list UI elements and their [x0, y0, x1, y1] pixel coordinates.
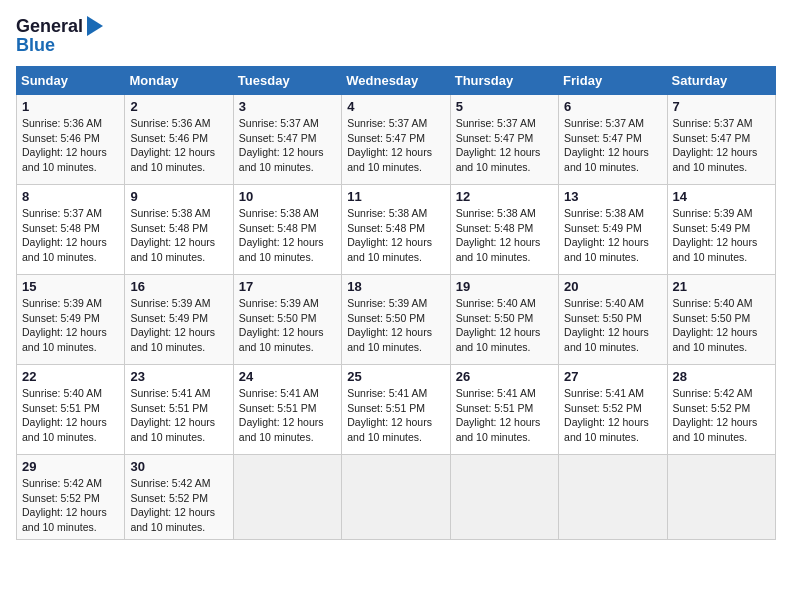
day-info: Sunrise: 5:39 AMSunset: 5:49 PMDaylight:… [130, 297, 215, 353]
day-info: Sunrise: 5:37 AMSunset: 5:47 PMDaylight:… [564, 117, 649, 173]
calendar-day-cell: 27 Sunrise: 5:41 AMSunset: 5:52 PMDaylig… [559, 365, 667, 455]
day-number: 24 [239, 369, 336, 384]
day-number: 30 [130, 459, 227, 474]
calendar-day-cell: 30 Sunrise: 5:42 AMSunset: 5:52 PMDaylig… [125, 455, 233, 540]
calendar-day-cell: 3 Sunrise: 5:37 AMSunset: 5:47 PMDayligh… [233, 95, 341, 185]
calendar-day-cell [342, 455, 450, 540]
day-number: 9 [130, 189, 227, 204]
calendar-day-cell [559, 455, 667, 540]
calendar-day-cell: 4 Sunrise: 5:37 AMSunset: 5:47 PMDayligh… [342, 95, 450, 185]
day-number: 15 [22, 279, 119, 294]
day-number: 2 [130, 99, 227, 114]
calendar-day-cell: 25 Sunrise: 5:41 AMSunset: 5:51 PMDaylig… [342, 365, 450, 455]
day-number: 6 [564, 99, 661, 114]
calendar-day-cell: 2 Sunrise: 5:36 AMSunset: 5:46 PMDayligh… [125, 95, 233, 185]
day-info: Sunrise: 5:37 AMSunset: 5:47 PMDaylight:… [456, 117, 541, 173]
calendar-day-cell: 15 Sunrise: 5:39 AMSunset: 5:49 PMDaylig… [17, 275, 125, 365]
calendar-day-cell: 23 Sunrise: 5:41 AMSunset: 5:51 PMDaylig… [125, 365, 233, 455]
day-number: 10 [239, 189, 336, 204]
day-info: Sunrise: 5:38 AMSunset: 5:48 PMDaylight:… [347, 207, 432, 263]
day-number: 3 [239, 99, 336, 114]
day-number: 16 [130, 279, 227, 294]
calendar-day-cell: 8 Sunrise: 5:37 AMSunset: 5:48 PMDayligh… [17, 185, 125, 275]
day-info: Sunrise: 5:40 AMSunset: 5:50 PMDaylight:… [673, 297, 758, 353]
calendar-day-cell: 18 Sunrise: 5:39 AMSunset: 5:50 PMDaylig… [342, 275, 450, 365]
page-header: General Blue [16, 16, 776, 56]
day-number: 1 [22, 99, 119, 114]
weekday-header-sunday: Sunday [17, 67, 125, 95]
day-number: 22 [22, 369, 119, 384]
day-number: 25 [347, 369, 444, 384]
weekday-header-wednesday: Wednesday [342, 67, 450, 95]
day-info: Sunrise: 5:42 AMSunset: 5:52 PMDaylight:… [673, 387, 758, 443]
calendar-day-cell: 28 Sunrise: 5:42 AMSunset: 5:52 PMDaylig… [667, 365, 775, 455]
day-info: Sunrise: 5:40 AMSunset: 5:50 PMDaylight:… [456, 297, 541, 353]
calendar-week-row: 1 Sunrise: 5:36 AMSunset: 5:46 PMDayligh… [17, 95, 776, 185]
day-number: 12 [456, 189, 553, 204]
day-info: Sunrise: 5:38 AMSunset: 5:48 PMDaylight:… [456, 207, 541, 263]
calendar-day-cell: 21 Sunrise: 5:40 AMSunset: 5:50 PMDaylig… [667, 275, 775, 365]
logo-arrow-icon [87, 16, 103, 36]
day-info: Sunrise: 5:41 AMSunset: 5:51 PMDaylight:… [239, 387, 324, 443]
day-info: Sunrise: 5:42 AMSunset: 5:52 PMDaylight:… [22, 477, 107, 533]
day-info: Sunrise: 5:42 AMSunset: 5:52 PMDaylight:… [130, 477, 215, 533]
calendar-day-cell [667, 455, 775, 540]
calendar-day-cell: 16 Sunrise: 5:39 AMSunset: 5:49 PMDaylig… [125, 275, 233, 365]
logo: General Blue [16, 16, 103, 56]
day-info: Sunrise: 5:37 AMSunset: 5:47 PMDaylight:… [239, 117, 324, 173]
day-number: 21 [673, 279, 770, 294]
day-info: Sunrise: 5:37 AMSunset: 5:48 PMDaylight:… [22, 207, 107, 263]
day-number: 28 [673, 369, 770, 384]
day-number: 20 [564, 279, 661, 294]
day-number: 29 [22, 459, 119, 474]
calendar-week-row: 29 Sunrise: 5:42 AMSunset: 5:52 PMDaylig… [17, 455, 776, 540]
day-info: Sunrise: 5:37 AMSunset: 5:47 PMDaylight:… [347, 117, 432, 173]
day-info: Sunrise: 5:36 AMSunset: 5:46 PMDaylight:… [22, 117, 107, 173]
weekday-header-tuesday: Tuesday [233, 67, 341, 95]
weekday-header-row: SundayMondayTuesdayWednesdayThursdayFrid… [17, 67, 776, 95]
calendar-day-cell: 20 Sunrise: 5:40 AMSunset: 5:50 PMDaylig… [559, 275, 667, 365]
calendar-day-cell: 11 Sunrise: 5:38 AMSunset: 5:48 PMDaylig… [342, 185, 450, 275]
day-info: Sunrise: 5:39 AMSunset: 5:49 PMDaylight:… [22, 297, 107, 353]
day-info: Sunrise: 5:39 AMSunset: 5:50 PMDaylight:… [239, 297, 324, 353]
day-info: Sunrise: 5:41 AMSunset: 5:51 PMDaylight:… [130, 387, 215, 443]
day-number: 27 [564, 369, 661, 384]
day-info: Sunrise: 5:41 AMSunset: 5:51 PMDaylight:… [456, 387, 541, 443]
day-info: Sunrise: 5:39 AMSunset: 5:49 PMDaylight:… [673, 207, 758, 263]
calendar-week-row: 22 Sunrise: 5:40 AMSunset: 5:51 PMDaylig… [17, 365, 776, 455]
calendar-day-cell [233, 455, 341, 540]
calendar-day-cell: 5 Sunrise: 5:37 AMSunset: 5:47 PMDayligh… [450, 95, 558, 185]
day-number: 13 [564, 189, 661, 204]
day-number: 7 [673, 99, 770, 114]
calendar-day-cell: 26 Sunrise: 5:41 AMSunset: 5:51 PMDaylig… [450, 365, 558, 455]
day-info: Sunrise: 5:40 AMSunset: 5:50 PMDaylight:… [564, 297, 649, 353]
day-info: Sunrise: 5:41 AMSunset: 5:51 PMDaylight:… [347, 387, 432, 443]
weekday-header-thursday: Thursday [450, 67, 558, 95]
day-number: 5 [456, 99, 553, 114]
calendar-day-cell: 24 Sunrise: 5:41 AMSunset: 5:51 PMDaylig… [233, 365, 341, 455]
calendar-day-cell: 19 Sunrise: 5:40 AMSunset: 5:50 PMDaylig… [450, 275, 558, 365]
calendar-day-cell: 17 Sunrise: 5:39 AMSunset: 5:50 PMDaylig… [233, 275, 341, 365]
day-info: Sunrise: 5:38 AMSunset: 5:49 PMDaylight:… [564, 207, 649, 263]
weekday-header-saturday: Saturday [667, 67, 775, 95]
day-info: Sunrise: 5:36 AMSunset: 5:46 PMDaylight:… [130, 117, 215, 173]
calendar-day-cell: 13 Sunrise: 5:38 AMSunset: 5:49 PMDaylig… [559, 185, 667, 275]
day-number: 23 [130, 369, 227, 384]
calendar-day-cell: 9 Sunrise: 5:38 AMSunset: 5:48 PMDayligh… [125, 185, 233, 275]
day-number: 8 [22, 189, 119, 204]
calendar-day-cell: 12 Sunrise: 5:38 AMSunset: 5:48 PMDaylig… [450, 185, 558, 275]
logo-general-text: General [16, 16, 83, 37]
day-info: Sunrise: 5:39 AMSunset: 5:50 PMDaylight:… [347, 297, 432, 353]
day-number: 14 [673, 189, 770, 204]
day-info: Sunrise: 5:38 AMSunset: 5:48 PMDaylight:… [130, 207, 215, 263]
day-info: Sunrise: 5:37 AMSunset: 5:47 PMDaylight:… [673, 117, 758, 173]
calendar-day-cell: 1 Sunrise: 5:36 AMSunset: 5:46 PMDayligh… [17, 95, 125, 185]
logo-blue-text: Blue [16, 35, 55, 56]
day-info: Sunrise: 5:40 AMSunset: 5:51 PMDaylight:… [22, 387, 107, 443]
weekday-header-monday: Monday [125, 67, 233, 95]
calendar-week-row: 15 Sunrise: 5:39 AMSunset: 5:49 PMDaylig… [17, 275, 776, 365]
day-number: 11 [347, 189, 444, 204]
day-info: Sunrise: 5:41 AMSunset: 5:52 PMDaylight:… [564, 387, 649, 443]
calendar-day-cell: 29 Sunrise: 5:42 AMSunset: 5:52 PMDaylig… [17, 455, 125, 540]
day-number: 19 [456, 279, 553, 294]
